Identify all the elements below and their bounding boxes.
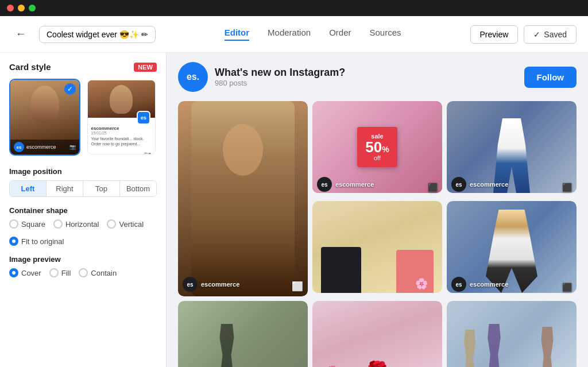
grid-brand-dot-1: es xyxy=(183,277,198,292)
tab-sources[interactable]: Sources xyxy=(369,28,401,41)
ig-avatar-text: es. xyxy=(187,72,199,82)
ig-title: What's new on Instagram? xyxy=(215,67,524,79)
preview-cover-label: Cover xyxy=(21,269,41,277)
tab-moderation[interactable]: Moderation xyxy=(268,28,311,41)
ig-info: What's new on Instagram? 980 posts xyxy=(215,67,524,87)
check-icon: ✓ xyxy=(533,30,540,39)
grid-brand-dot-jeans: es xyxy=(451,177,466,192)
new-badge: NEW xyxy=(134,63,157,72)
card-logo-2: es xyxy=(137,111,150,125)
saved-button[interactable]: ✓ Saved xyxy=(524,25,577,44)
shape-fit-original[interactable]: Fit to original xyxy=(9,237,157,246)
widget-name-input[interactable]: Coolest widget ever 😎✨ ✏ xyxy=(39,26,156,43)
image-preview-label: Image preview xyxy=(9,255,157,264)
shape-vertical-radio[interactable] xyxy=(107,219,116,229)
traffic-light-green[interactable] xyxy=(29,5,36,11)
preview-fill[interactable]: Fill xyxy=(49,268,71,277)
shape-horizontal[interactable]: Horizontal xyxy=(53,219,99,229)
grid-item-woman-makeup[interactable]: es escommerce ⬜ xyxy=(178,101,308,296)
grid-brand-dot-sale: es xyxy=(317,177,332,192)
shape-horizontal-radio[interactable] xyxy=(53,219,63,229)
card-style-option-2[interactable]: es escommerce 15/01/25 Your favorite fou… xyxy=(86,79,157,156)
grid-brand-name-jump: escommerce xyxy=(470,281,508,288)
card-style-title: Card style xyxy=(9,62,51,72)
image-position-group: Left Right Top Bottom xyxy=(9,180,157,197)
preview-contain-label: Contain xyxy=(91,269,117,277)
grid-item-shoes[interactable]: 🌸 xyxy=(312,201,442,296)
grid-brand-name-sale: escommerce xyxy=(335,181,374,188)
grid-item-sale[interactable]: sale 50% off es escommerce ⬛ xyxy=(312,101,442,196)
grid-brand-dot-jump: es xyxy=(451,277,466,292)
content-area: es. What's new on Instagram? 980 posts F… xyxy=(167,53,588,367)
grid-ig-icon-1: ⬜ xyxy=(292,281,303,292)
grid-overlay-sale: es escommerce xyxy=(317,177,374,192)
grid-ig-icon-sale: ⬛ xyxy=(428,183,438,192)
preview-contain[interactable]: Contain xyxy=(79,268,117,277)
shape-vertical[interactable]: Vertical xyxy=(107,219,144,229)
grid-item-flowers[interactable]: 🌹 🌷 🌸 xyxy=(312,301,442,367)
container-shape-group: Square Horizontal Vertical Fit to origin… xyxy=(9,219,157,246)
image-position-section: Image position Left Right Top Bottom xyxy=(9,167,157,197)
preview-fill-radio[interactable] xyxy=(49,268,59,277)
grid-brand-name-jeans: escommerce xyxy=(470,181,508,188)
follow-button[interactable]: Follow xyxy=(524,67,577,88)
shape-square-label: Square xyxy=(21,220,45,229)
ig-header: es. What's new on Instagram? 980 posts F… xyxy=(178,62,577,92)
position-top[interactable]: Top xyxy=(83,181,120,196)
container-shape-section: Container shape Square Horizontal Vertic… xyxy=(9,206,157,246)
widget-name-text: Coolest widget ever 😎✨ ✏ xyxy=(47,30,148,39)
traffic-light-yellow[interactable] xyxy=(18,5,25,11)
position-bottom[interactable]: Bottom xyxy=(120,181,156,196)
saved-label: Saved xyxy=(544,30,567,39)
topbar-actions: Preview ✓ Saved xyxy=(470,25,577,44)
container-shape-label: Container shape xyxy=(9,206,157,215)
ig-icon-card-2: 📷 xyxy=(144,151,152,154)
position-right[interactable]: Right xyxy=(47,181,83,196)
preview-fill-label: Fill xyxy=(61,269,71,277)
position-left[interactable]: Left xyxy=(10,181,47,196)
nav-tabs: Editor Moderation Order Sources xyxy=(165,28,461,41)
brand-name-small-1: escommerce xyxy=(26,144,56,150)
shape-fit-original-label: Fit to original xyxy=(21,237,64,246)
grid-item-jeans[interactable]: es escommerce ⬛ xyxy=(447,101,577,196)
card-user-2: escommerce xyxy=(91,126,152,131)
image-preview-group: Cover Fill Contain xyxy=(9,268,157,277)
grid-brand-name-1: escommerce xyxy=(201,281,239,288)
image-grid: es escommerce ⬜ sale 50% off xyxy=(178,101,577,367)
grid-ig-icon-jeans: ⬛ xyxy=(562,183,572,192)
preview-button[interactable]: Preview xyxy=(470,25,519,44)
grid-item-fashion-jump[interactable]: es escommerce ⬛ xyxy=(447,201,577,296)
grid-overlay-1: es escommerce xyxy=(183,277,239,292)
card-date-2: 15/01/25 xyxy=(91,131,152,135)
grid-ig-icon-jump: ⬛ xyxy=(562,283,572,292)
card-text-2: Your favorite foundati... stock. Order n… xyxy=(91,136,152,146)
grid-item-store[interactable] xyxy=(178,301,308,367)
brand-logo-small-1: es xyxy=(14,142,24,152)
shape-square[interactable]: Square xyxy=(9,219,45,229)
ig-avatar: es. xyxy=(178,62,208,92)
card-style-option-1[interactable]: es escommerce 📷 ✓ xyxy=(9,79,80,156)
preview-contain-radio[interactable] xyxy=(79,268,88,277)
grid-overlay-jeans: es escommerce xyxy=(451,177,508,192)
traffic-light-red[interactable] xyxy=(7,5,14,11)
image-preview-section: Image preview Cover Fill Contain xyxy=(9,255,157,277)
image-position-label: Image position xyxy=(9,167,157,176)
back-button[interactable]: ← xyxy=(11,25,30,44)
back-arrow-icon: ← xyxy=(16,28,26,40)
shape-horizontal-label: Horizontal xyxy=(65,220,99,229)
preview-cover[interactable]: Cover xyxy=(9,268,41,277)
preview-cover-radio[interactable] xyxy=(9,268,18,277)
grid-item-group[interactable] xyxy=(447,301,577,367)
tab-order[interactable]: Order xyxy=(329,28,351,41)
card-style-section-header: Card style NEW xyxy=(9,62,157,72)
main-content: Card style NEW es escommerce 📷 xyxy=(0,53,588,367)
card-option-check-1: ✓ xyxy=(64,83,76,95)
shape-square-radio[interactable] xyxy=(9,219,18,229)
grid-overlay-jump: es escommerce xyxy=(451,277,508,292)
shape-vertical-label: Vertical xyxy=(119,220,144,229)
ig-posts-count: 980 posts xyxy=(215,79,524,87)
tab-editor[interactable]: Editor xyxy=(225,28,249,41)
traffic-lights-bar xyxy=(0,0,588,16)
card-style-options: es escommerce 📷 ✓ es xyxy=(9,79,157,156)
shape-fit-original-radio[interactable] xyxy=(9,237,18,246)
